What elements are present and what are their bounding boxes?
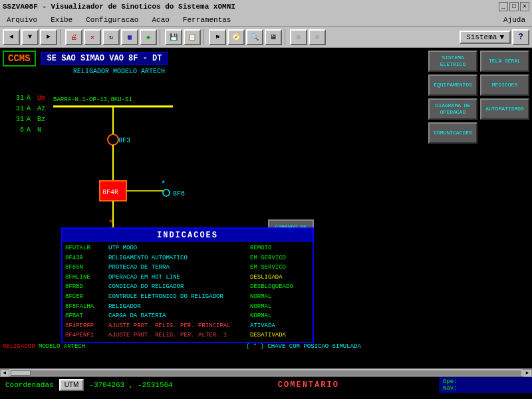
- asterisk-8f5: *: [108, 219, 113, 228]
- btn-tela-geral[interactable]: TELA GERAL: [480, 51, 529, 72]
- right-btn-row-1: SISTEMAELETRICO TELA GERAL: [428, 51, 529, 72]
- substation-name: SE SAO SIMAO VAO 8F - DT: [41, 52, 168, 65]
- label-8f3: 8F3: [118, 137, 130, 144]
- label-8f6: 8F6: [173, 190, 185, 198]
- ind-desc-4: CONDICAO DO RELIGADOR: [108, 283, 250, 291]
- ind-row-0: 8FUTALRUTP MODOREMOTO: [64, 243, 311, 253]
- ind-row-3: 8FHLINEOPERACAO EM HOT LINEDESLIGADA: [64, 273, 311, 283]
- btn-comunicacoes[interactable]: COMUNICACOES: [428, 122, 477, 144]
- asterisk-8f6: *: [161, 180, 166, 189]
- maximize-btn[interactable]: □: [509, 2, 519, 11]
- indications-panel: INDICACOES 8FUTALRUTP MODOREMOTO8F43RREL…: [61, 227, 314, 343]
- menu-arquivo[interactable]: Arquivo: [3, 15, 41, 25]
- save-btn[interactable]: 💾: [165, 29, 182, 45]
- scroll-left[interactable]: ◄: [0, 369, 9, 377]
- horizontal-scrollbar[interactable]: ◄ ►: [0, 368, 532, 376]
- print-btn[interactable]: 🖨: [65, 29, 82, 45]
- modelo-label: MODELO ARTECH: [39, 343, 85, 350]
- right-btn-row-2: EQUIPAMENTOS MEDICOES: [428, 74, 529, 96]
- menu-acao[interactable]: Acao: [148, 15, 173, 25]
- close-btn[interactable]: ✕: [520, 2, 529, 11]
- btn-empty: [480, 122, 529, 144]
- ind-val-6: NORMAL: [250, 303, 310, 311]
- ope-nav-panel: Ope: Nav:: [439, 377, 532, 393]
- scroll-thumb[interactable]: [11, 370, 31, 376]
- religador-label: RELIGADOR: [3, 343, 35, 350]
- title-text: SSZVA08F - Visualizador de Sinoticos do …: [3, 3, 235, 11]
- ind-val-1: EM SERVICO: [250, 254, 310, 263]
- ind-val-2: EM SERVICO: [250, 263, 310, 272]
- monitor-btn[interactable]: 🖥: [265, 29, 282, 45]
- flag-btn[interactable]: ⚑: [209, 29, 226, 45]
- back-btn[interactable]: ◄: [3, 29, 20, 45]
- btn-medicoes[interactable]: MEDICOES: [480, 74, 529, 96]
- switch-8f3[interactable]: [108, 134, 118, 145]
- disable-btn[interactable]: ⊘: [290, 29, 307, 45]
- ind-val-0: REMOTO: [250, 244, 310, 253]
- copy-btn[interactable]: 📋: [184, 29, 201, 45]
- ind-row-1: 8F43RRELIGAMENTO AUTOMATICOEM SERVICO: [64, 253, 311, 263]
- sistema-label: Sistema: [466, 33, 497, 41]
- toolbar: ◄ ▼ ► 🖨 ✕ ↻ ▦ ◆ 💾 📋 ⚑ 🧭 🔍 🖥 ⊘ ⊘ Sistema …: [0, 27, 532, 48]
- switch-8f6[interactable]: [163, 190, 170, 196]
- ind-code-3: 8FHLINE: [65, 273, 108, 282]
- ind-code-1: 8F43R: [65, 254, 108, 263]
- menu-ferramentas[interactable]: Ferramentas: [179, 15, 235, 25]
- sep2: [160, 29, 162, 45]
- down-btn[interactable]: ▼: [21, 29, 39, 45]
- ind-code-5: 8FCER: [65, 293, 108, 301]
- ind-row-6: 8F8FALHARELIGADORNORMAL: [64, 302, 311, 312]
- ind-code-7: 8FBAT: [65, 312, 108, 321]
- ope-row: Ope:: [443, 378, 528, 385]
- sep4: [285, 29, 287, 45]
- logo: CCMS: [3, 51, 36, 66]
- minimize-btn[interactable]: _: [499, 2, 508, 11]
- indications-table: 8FUTALRUTP MODOREMOTO8F43RRELIGAMENTO AU…: [63, 242, 313, 342]
- ind-desc-1: RELIGAMENTO AUTOMATICO: [108, 254, 250, 263]
- btn-automatismos[interactable]: AUTOMATISMOS: [480, 98, 529, 120]
- sep3: [203, 29, 206, 45]
- ind-row-5: 8FCERCONTROLE ELETRONICO DO RELIGADORNOR…: [64, 292, 311, 302]
- menu-configuracao[interactable]: Configuracao: [82, 15, 142, 25]
- right-btn-row-3: DIAGRAMA DEOPERACAO AUTOMATISMOS: [428, 98, 529, 120]
- sistema-arrow: ▼: [499, 33, 504, 41]
- refresh-btn[interactable]: ↻: [102, 29, 120, 45]
- right-panel: SISTEMAELETRICO TELA GERAL EQUIPAMENTOS …: [426, 48, 532, 368]
- ind-val-3: DESLIGADA: [250, 273, 310, 282]
- bar-chart-btn[interactable]: ▦: [121, 29, 138, 45]
- help-btn[interactable]: ?: [512, 29, 529, 45]
- ind-row-7: 8FBATCARGA DA BATERIANORMAL: [64, 311, 311, 321]
- ind-val-8: ATIVADA: [250, 322, 310, 331]
- nav-row: Nav:: [443, 385, 528, 392]
- btn-sistema-eletrico[interactable]: SISTEMAELETRICO: [428, 51, 477, 72]
- ind-val-4: DESBLOQUEADO: [250, 283, 310, 291]
- menu-exibe[interactable]: Exibe: [47, 15, 76, 25]
- footer-label: RELIGADOR MODELO ARTECH: [3, 343, 85, 350]
- menubar: Arquivo Exibe Configuracao Acao Ferramen…: [0, 13, 532, 27]
- btn-diagrama-operacao[interactable]: DIAGRAMA DEOPERACAO: [428, 98, 477, 120]
- menu-ajuda[interactable]: Ajuda: [499, 15, 529, 25]
- sistema-dropdown[interactable]: Sistema ▼: [460, 31, 511, 44]
- diagram-panel: CCMS SE SAO SIMAO VAO 8F - DT RELIGADOR …: [0, 48, 426, 368]
- compass-btn[interactable]: 🧭: [227, 29, 245, 45]
- indications-title: INDICACOES: [63, 229, 313, 242]
- zoom-btn[interactable]: 🔍: [246, 29, 263, 45]
- diamond-btn[interactable]: ◆: [140, 29, 157, 45]
- ind-row-4: 8FRBDCONDICAO DO RELIGADORDESBLOQUEADO: [64, 282, 311, 292]
- ind-desc-8: AJUSTE PROT. RELIG. PER. PRINCIPAL: [108, 322, 250, 331]
- ind-row-8: 8F4PERFPAJUSTE PROT. RELIG. PER. PRINCIP…: [64, 321, 311, 331]
- stop-btn[interactable]: ✕: [84, 29, 101, 45]
- ind-code-6: 8F8FALHA: [65, 303, 108, 311]
- scroll-track[interactable]: [11, 370, 521, 376]
- ind-code-9: 8F4PERF1: [65, 331, 108, 340]
- ind-code-2: 8F65N: [65, 263, 108, 272]
- right-btn-row-4: COMUNICACOES: [428, 122, 529, 144]
- btn-equipamentos[interactable]: EQUIPAMENTOS: [428, 74, 477, 96]
- fwd-btn[interactable]: ►: [40, 29, 57, 45]
- ind-desc-5: CONTROLE ELETRONICO DO RELIGADOR: [108, 293, 250, 301]
- scroll-right[interactable]: ►: [523, 369, 532, 377]
- ind-desc-7: CARGA DA BATERIA: [108, 312, 250, 321]
- ind-code-0: 8FUTALR: [65, 244, 108, 253]
- ind-val-5: NORMAL: [250, 293, 310, 301]
- disable2-btn[interactable]: ⊘: [309, 29, 326, 45]
